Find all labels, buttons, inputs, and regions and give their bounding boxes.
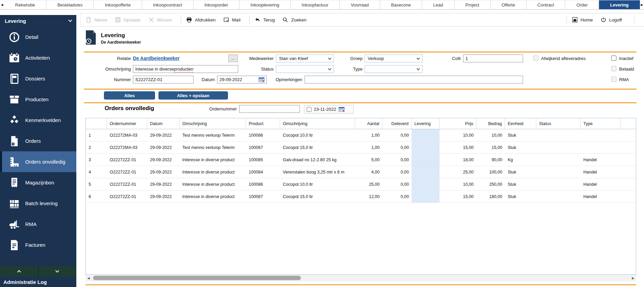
cell-aantal[interactable]: 12,00 xyxy=(355,191,382,202)
cell-prijs[interactable]: 15,00 xyxy=(440,141,476,153)
table-row[interactable]: 6O22272ZZ-0129-09-2022Interesse in diver… xyxy=(86,191,636,203)
rma-checkbox[interactable] xyxy=(611,77,616,82)
cell-item[interactable]: 2 xyxy=(86,141,107,153)
type-select[interactable] xyxy=(365,65,423,73)
alles-opslaan-button[interactable]: Alles + opslaan xyxy=(158,91,228,100)
datum-input[interactable]: 29-09-2022 xyxy=(217,76,267,84)
cell-eenheid[interactable]: Kg xyxy=(505,154,536,166)
column-header-aantal[interactable]: Aantal xyxy=(355,118,382,129)
filter-date-checkbox[interactable] xyxy=(307,107,311,112)
cell-prijs[interactable]: 25,00 xyxy=(440,166,476,178)
sidebar-item-magazijnbon[interactable]: Magazijnbon xyxy=(0,172,76,193)
cell-datum[interactable]: 29-09-2022 xyxy=(147,166,180,178)
cell-item[interactable]: 6 xyxy=(86,191,107,202)
wissen-button[interactable]: Wissen xyxy=(148,17,172,23)
cell-datum[interactable]: 29-09-2022 xyxy=(147,129,180,141)
cell-product[interactable]: 100087 xyxy=(246,191,280,202)
scroll-left-icon[interactable]: ◀ xyxy=(86,275,92,281)
cell-product[interactable]: 100086 xyxy=(246,129,280,141)
zoeken-button[interactable]: Zoeken xyxy=(282,17,306,23)
cell-geleverd[interactable]: 0,00 xyxy=(382,141,412,153)
tab-rekwisitie[interactable]: Rekwisitie xyxy=(4,0,46,9)
tab-levering[interactable]: Levering xyxy=(599,0,640,9)
cell-status[interactable] xyxy=(536,141,581,153)
cell-product[interactable]: 100085 xyxy=(246,154,280,166)
colli-input[interactable]: 1 xyxy=(463,55,523,62)
sidebar-section-administratie-log[interactable]: Administratie Log xyxy=(0,277,76,287)
cell-eenheid[interactable]: Stuk xyxy=(505,191,536,202)
cell-eenheid[interactable]: Stuk xyxy=(505,178,536,190)
cell-eenheid[interactable]: Stuk xyxy=(505,141,536,153)
cell-type[interactable]: Handel xyxy=(581,191,621,202)
column-header-prijs[interactable]: Prijs xyxy=(440,118,476,129)
nieuw-button[interactable]: Nieuw xyxy=(86,17,107,23)
column-header-eenheid[interactable]: Eenheid xyxy=(505,118,536,129)
cell-ordernummer[interactable]: O22272MA-03 xyxy=(107,129,147,141)
cell-product[interactable]: 100084 xyxy=(246,166,280,178)
table-row[interactable]: 2O22272MA-0329-09-2022Test menno verkoop… xyxy=(86,141,636,154)
table-row[interactable]: 1O22272MA-0329-09-2022Test menno verkoop… xyxy=(86,129,636,141)
cell-datum[interactable]: 29-09-2022 xyxy=(147,191,180,202)
afwijkend-afleveradres-checkbox[interactable] xyxy=(533,56,538,61)
cell-bedrag[interactable]: 180,00 xyxy=(476,191,505,202)
opmerkingen-input[interactable] xyxy=(305,76,523,84)
cell-datum[interactable]: 29-09-2022 xyxy=(147,178,180,190)
sidebar-item-batch-levering[interactable]: Batch levering xyxy=(0,193,76,214)
cell-aantal[interactable]: 4,00 xyxy=(355,166,382,178)
ordernummer-filter-input[interactable] xyxy=(239,105,300,113)
cell-item[interactable]: 5 xyxy=(86,178,107,190)
cell-ordernummer[interactable]: O22272ZZ-01 xyxy=(107,178,147,190)
cell-type[interactable] xyxy=(581,141,621,153)
alles-button[interactable]: Alles xyxy=(104,91,155,100)
tab-inkoopofferte[interactable]: Inkoopofferte xyxy=(94,0,142,9)
column-header-bedrag[interactable]: Bedrag xyxy=(476,118,505,129)
cell-geleverd[interactable]: 0,00 xyxy=(382,178,412,190)
cell-geleverd[interactable]: 0,00 xyxy=(382,154,412,166)
betaald-checkbox[interactable] xyxy=(611,66,616,71)
cell-bedrag[interactable]: 250,00 xyxy=(476,178,505,190)
cell-omschrijving[interactable]: Cocopot 15,0 ltr xyxy=(280,191,355,202)
cell-aantal[interactable]: 1,00 xyxy=(355,141,382,153)
column-header-type[interactable]: Type xyxy=(581,118,621,129)
cell-prijs[interactable]: 18,00 xyxy=(440,154,476,166)
cell-bedrag[interactable]: 15,00 xyxy=(476,141,505,153)
terug-button[interactable]: Terug xyxy=(255,17,275,23)
cell-status[interactable] xyxy=(536,166,581,178)
scroll-right-icon[interactable]: ▶ xyxy=(630,275,636,281)
home-button[interactable]: Home xyxy=(572,17,593,23)
cell-levering[interactable] xyxy=(412,178,440,190)
sidebar-item-kenmerkvelden[interactable]: Kenmerkvelden xyxy=(0,110,76,131)
column-header-omschrijving[interactable]: Omschrijving xyxy=(280,118,355,129)
cell-levering[interactable] xyxy=(412,191,440,202)
cell-product[interactable]: 100086 xyxy=(246,178,280,190)
sidebar-scroll-down-button[interactable] xyxy=(39,266,77,277)
inactief-checkbox[interactable] xyxy=(611,56,616,61)
cell-prijs[interactable]: 15,00 xyxy=(440,191,476,202)
sidebar-item-orders[interactable]: Orders xyxy=(0,131,76,151)
calendar-icon[interactable] xyxy=(339,107,344,112)
sidebar-scroll-up-button[interactable] xyxy=(0,266,39,277)
cell-datum[interactable]: 29-09-2022 xyxy=(147,154,180,166)
cell-eenheid[interactable]: Stuk xyxy=(505,129,536,141)
table-row[interactable]: 3O22272ZZ-0129-09-2022Interesse in diver… xyxy=(86,154,636,166)
cell-type[interactable]: Handel xyxy=(581,178,621,190)
cell-omschrijving[interactable]: Test menno verkoop Telerm xyxy=(180,129,246,141)
cell-bedrag[interactable]: 10,00 xyxy=(476,129,505,141)
cell-eenheid[interactable]: Stuk xyxy=(505,166,536,178)
cell-omschrijving[interactable]: Galv.draad no 12-2.80 25 kg xyxy=(280,154,355,166)
tab-offerte[interactable]: Offerte xyxy=(491,0,526,9)
table-row[interactable]: 4O22272ZZ-0129-09-2022Interesse in diver… xyxy=(86,166,636,178)
cell-bedrag[interactable]: 90,00 xyxy=(476,154,505,166)
cell-item[interactable]: 3 xyxy=(86,154,107,166)
cell-omschrijving[interactable]: Verenstalen boog 3,25 mtr x 6 m xyxy=(280,166,355,178)
sidebar-header[interactable]: Levering xyxy=(0,15,76,27)
column-header-status[interactable]: Status xyxy=(536,118,581,129)
cell-product[interactable]: 100087 xyxy=(246,141,280,153)
afdrukken-button[interactable]: Afdrukken xyxy=(186,17,216,23)
cell-omschrijving[interactable]: Cocopot 15,0 ltr xyxy=(280,141,355,153)
tab-lead[interactable]: Lead xyxy=(422,0,455,9)
cell-ordernummer[interactable]: O22272MA-03 xyxy=(107,141,147,153)
cell-item[interactable]: 1 xyxy=(86,129,107,141)
cell-type[interactable] xyxy=(581,129,621,141)
tab-scroll-right-icon[interactable]: ▶ xyxy=(640,0,644,9)
